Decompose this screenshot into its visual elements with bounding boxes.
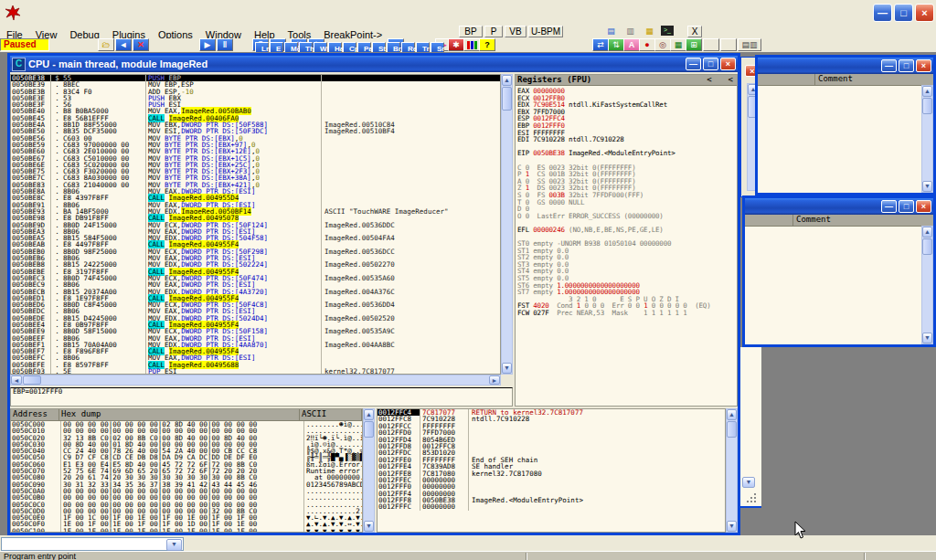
disasm-row[interactable]: 0050BF03.5EPOP ESIkernel32.7C817077 <box>11 368 500 375</box>
scroll-thumb[interactable] <box>922 98 932 114</box>
columns-list-button[interactable]: ▤▥ <box>738 38 761 51</box>
scroll-thumb[interactable] <box>727 421 737 438</box>
scroll-thumb[interactable] <box>23 375 41 385</box>
register-line[interactable]: EFL 00000246 (NO,NB,E,BE,NS,PE,GE,LE) <box>517 227 737 234</box>
appearance-button[interactable] <box>463 38 480 51</box>
scroll-thumb[interactable] <box>502 87 512 111</box>
stack-pane[interactable]: 0012FFC47C817077RETURN to kernel32.7C817… <box>377 408 726 533</box>
window-grid-button[interactable]: ⊞ <box>686 38 702 51</box>
close-button[interactable]: × <box>915 4 934 22</box>
registers-header[interactable]: Registers (FPU) < < <box>516 75 737 86</box>
minimize-button[interactable]: — <box>881 59 897 72</box>
close-program-button[interactable]: ✕ <box>133 38 149 51</box>
run-button[interactable]: ▶ <box>199 38 216 51</box>
title-bar[interactable]: — □ × <box>0 0 936 26</box>
register-line[interactable]: EDI 7C910228 ntdll.7C910228 <box>517 136 737 143</box>
disassembly-vscrollbar[interactable]: ▲ ▼ <box>501 74 513 375</box>
disasm-row[interactable]: 0050BED6.8B0D C8F45000MOV ECX,DWORD PTR … <box>11 301 500 308</box>
disassembly-hscrollbar[interactable]: ◄ ► <box>10 375 501 386</box>
side-window-a-scrollbar[interactable]: ▲ ▼ <box>921 85 933 193</box>
scroll-right-icon[interactable]: ► <box>489 375 500 385</box>
register-line[interactable]: O 0 LastErr ERROR_SUCCESS (00000000) <box>517 213 737 220</box>
registers-pane[interactable]: Registers (FPU) < < EAX 00000000ECX 0012… <box>515 74 738 407</box>
scroll-down-icon[interactable]: ▼ <box>922 333 932 343</box>
register-line[interactable]: EIP 0050BE38 ImageRed.<ModuleEntryPoint> <box>517 150 737 157</box>
pause-button[interactable]: ‖ <box>217 38 233 51</box>
document-icon[interactable]: ▥ <box>622 26 638 37</box>
maximize-button[interactable]: □ <box>894 4 913 22</box>
empty-button-1[interactable] <box>703 38 719 51</box>
info-pane[interactable]: EBP=0012FFF0 <box>10 387 513 407</box>
disasm-row[interactable]: 0050BE3E.53PUSH EBX <box>11 95 500 101</box>
registers-prev-button[interactable]: < <box>707 75 724 85</box>
maximize-button[interactable]: □ <box>703 58 718 70</box>
scroll-left-icon[interactable]: ◄ <box>11 375 22 385</box>
disasm-row[interactable]: 0050BE38$55PUSH EBP <box>11 75 500 81</box>
scroll-up-icon[interactable]: ▲ <box>922 227 932 238</box>
column-header-blank[interactable] <box>758 74 815 85</box>
side-window-b-scrollbar[interactable]: ▲ ▼ <box>921 226 933 344</box>
maximize-button[interactable]: □ <box>899 200 914 213</box>
disasm-row[interactable]: 0050BEFE.E8 8597F8FFCALL ImageRed.004956… <box>11 362 500 368</box>
minimize-button[interactable]: — <box>686 58 701 70</box>
dump-column-header[interactable]: ASCII <box>300 409 362 420</box>
menu-p-button[interactable]: P <box>484 26 503 37</box>
column-header-row[interactable]: Comment <box>745 215 933 227</box>
console-icon[interactable]: >_ <box>661 26 674 36</box>
register-line[interactable]: FCW 027F Prec NEAR,53 Mask 1 1 1 1 1 1 <box>517 310 737 317</box>
cpu-window-titlebar[interactable]: C CPU - main thread, module ImageRed — □… <box>10 56 738 72</box>
scroll-down-icon[interactable]: ▼ <box>502 363 512 374</box>
scroll-up-icon[interactable]: ▲ <box>727 409 737 420</box>
disasm-row[interactable]: 0050BEB0.8B0D 98F25000MOV ECX,DWORD PTR … <box>11 248 500 255</box>
grid-button[interactable]: ▦ <box>670 38 686 51</box>
register-line[interactable]: T 0 GS 0000 NULL <box>517 199 737 206</box>
registers-next-button[interactable]: < <box>725 75 737 85</box>
scroll-down-icon[interactable]: ▼ <box>364 521 374 532</box>
menu-bp-button[interactable]: BP <box>459 26 483 37</box>
dump-column-header[interactable]: Address <box>11 409 59 420</box>
dump-row[interactable]: 0050C1001F 00 1F 00|1F 00 1F 00|1F 00 1F… <box>11 528 362 533</box>
resize-grip[interactable] <box>745 491 758 503</box>
folder-icon[interactable]: ▦ <box>642 26 657 37</box>
empty-button-2[interactable] <box>720 38 737 51</box>
menu-ubpm-button[interactable]: U-BPM <box>528 26 563 37</box>
disasm-row[interactable]: 0050BE3B.83C4 F0ADD ESP,-10 <box>11 89 500 95</box>
swap-panes-button[interactable]: ⇄ <box>592 38 609 51</box>
scroll-down-icon[interactable]: ▼ <box>922 181 932 192</box>
disasm-row[interactable]: 0050BE9D.8B0D 24F15000MOV ECX,DWORD PTR … <box>11 222 500 228</box>
restart-button[interactable]: ◄ <box>115 38 132 51</box>
close-button[interactable]: × <box>916 200 931 213</box>
dump-column-header[interactable]: Hex dump <box>59 409 300 420</box>
spiral-button[interactable]: ◎ <box>654 38 671 51</box>
disasm-row[interactable]: 0050BE83.C683 21040000 00MOV BYTE PTR DS… <box>11 182 500 188</box>
update-button[interactable]: ⇅ <box>608 38 624 51</box>
column-header-comment[interactable]: Comment <box>815 74 933 85</box>
scroll-up-icon[interactable]: ▲ <box>364 409 374 420</box>
open-file-button[interactable]: 🗁 <box>98 38 114 51</box>
help-button[interactable]: ? <box>479 38 495 51</box>
scroll-down-icon[interactable]: ▼ <box>727 521 737 532</box>
maximize-button[interactable]: □ <box>899 59 914 72</box>
column-header-row[interactable]: Comment <box>758 74 933 86</box>
side-window-b-titlebar[interactable]: — □ × <box>745 198 933 215</box>
disasm-row[interactable]: 0050BEF7.E8 F896F8FFCALL ImageRed.004955… <box>11 348 500 354</box>
scroll-thumb[interactable] <box>364 421 374 438</box>
record-button[interactable]: ● <box>639 38 655 51</box>
minimize-button[interactable]: — <box>873 4 892 22</box>
column-header-blank[interactable] <box>745 215 793 226</box>
menu-vb-button[interactable]: VB <box>505 26 526 37</box>
stack-vscrollbar[interactable]: ▲ ▼ <box>726 408 738 533</box>
close-button[interactable]: × <box>916 59 931 72</box>
notepad-icon[interactable]: ▤ <box>603 26 619 37</box>
disasm-row[interactable]: 0050BEE9.8B0D 58F15000MOV ECX,DWORD PTR … <box>11 328 500 334</box>
minimize-button[interactable]: — <box>881 200 897 213</box>
assemble-button[interactable]: A <box>623 38 640 51</box>
options-gear-button[interactable]: ✱ <box>448 38 464 51</box>
side-window-a-titlebar[interactable]: — □ × <box>758 58 933 74</box>
dump-vscrollbar[interactable]: ▲ ▼ <box>363 408 375 533</box>
column-header-comment[interactable]: Comment <box>793 215 933 226</box>
disassembly-pane[interactable]: 0050BE38$55PUSH EBP0050BE39.8BECMOV EBP,… <box>10 74 501 375</box>
menu-close-button[interactable]: X <box>687 26 702 37</box>
dropdown-arrow-icon[interactable]: ▼ <box>166 539 182 551</box>
scroll-thumb[interactable] <box>922 238 932 255</box>
